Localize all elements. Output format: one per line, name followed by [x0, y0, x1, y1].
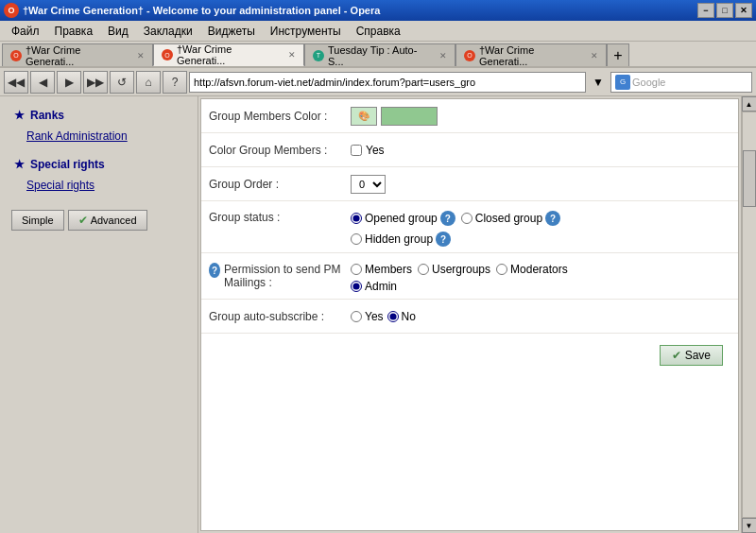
form-row-autosubscribe: Group auto-subscribe : Yes No	[201, 300, 738, 334]
group-status-row2: Hidden group ?	[351, 232, 451, 247]
nav-reload[interactable]: ↺	[110, 71, 134, 94]
simple-button[interactable]: Simple	[11, 210, 64, 231]
nav-forward[interactable]: ▶	[57, 71, 81, 94]
control-group-members-color: 🎨	[351, 107, 730, 126]
hidden-group-help-icon[interactable]: ?	[436, 232, 451, 247]
menu-tools[interactable]: Инструменты	[263, 23, 349, 40]
search-bar[interactable]: G Google	[610, 72, 752, 93]
scroll-down-button[interactable]: ▼	[742, 518, 757, 533]
label-permission-pm: ? Permission to send PM Mailings :	[209, 263, 351, 289]
scroll-up-button[interactable]: ▲	[742, 96, 757, 112]
search-placeholder: Google	[632, 77, 665, 88]
menu-widgets[interactable]: Виджеты	[200, 23, 263, 40]
form-row-group-order: Group Order : 0 1 2 3	[201, 167, 738, 201]
color-group-members-yes-label: Yes	[366, 144, 385, 157]
menu-bookmarks[interactable]: Закладки	[136, 23, 200, 40]
opened-group-help-icon[interactable]: ?	[440, 211, 455, 226]
control-group-status: Opened group ? Closed group ? Hidden gro	[351, 211, 730, 247]
address-bar[interactable]: http://afsvn.forum-viet.net/admin/index.…	[189, 72, 586, 93]
radio-moderators-input[interactable]	[496, 264, 507, 275]
radio-admin-input[interactable]	[351, 281, 362, 292]
address-go-button[interactable]: ▼	[588, 72, 609, 93]
sidebar-item-special-rights[interactable]: Special rights	[4, 176, 194, 195]
content-area: Group Members Color : 🎨 Color Group Memb…	[200, 98, 739, 531]
advanced-checkmark-icon: ✔	[78, 214, 88, 227]
sidebar-header-special-rights[interactable]: ★ Special rights	[4, 153, 194, 176]
group-status-row1: Opened group ? Closed group ?	[351, 211, 560, 226]
radio-autosubscribe-no-label: No	[402, 310, 416, 323]
permission-pm-help-icon[interactable]: ?	[209, 263, 220, 278]
save-button[interactable]: ✔ Save	[660, 345, 723, 366]
sidebar-header-ranks[interactable]: ★ Ranks	[4, 104, 194, 127]
radio-members-input[interactable]	[351, 264, 362, 275]
closed-group-help-icon[interactable]: ?	[545, 211, 560, 226]
radio-autosubscribe-no-input[interactable]	[387, 311, 399, 322]
new-tab-button[interactable]: +	[607, 43, 629, 66]
color-group-members-checkbox[interactable]	[351, 145, 362, 156]
radio-autosubscribe-no: No	[387, 310, 416, 323]
form-row-permission-pm: ? Permission to send PM Mailings : Membe…	[201, 253, 738, 300]
menu-file[interactable]: Файл	[4, 23, 47, 40]
scrollbar-right: ▲ ▼	[741, 96, 756, 533]
radio-admin-label: Admin	[365, 280, 397, 293]
menu-view[interactable]: Вид	[100, 23, 136, 40]
menu-edit[interactable]: Правка	[47, 23, 101, 40]
radio-moderators-label: Moderators	[510, 263, 568, 276]
group-order-select[interactable]: 0 1 2 3	[351, 175, 386, 194]
save-label: Save	[685, 349, 711, 362]
color-picker-button[interactable]: 🎨	[351, 107, 377, 126]
window-title: †War Crime Generation† - Welcome to your…	[23, 5, 380, 16]
tab-4[interactable]: O †War Crime Generati... ✕	[455, 43, 607, 66]
sidebar-section-ranks: ★ Ranks Rank Administration	[4, 104, 194, 146]
nav-home[interactable]: ⌂	[136, 71, 161, 94]
radio-hidden-group-label: Hidden group	[365, 232, 433, 246]
menu-help[interactable]: Справка	[349, 23, 408, 40]
maximize-button[interactable]: □	[716, 3, 733, 18]
tab-2[interactable]: O †War Crime Generati... ✕	[153, 43, 304, 66]
radio-opened-group-input[interactable]	[351, 213, 362, 224]
view-mode-buttons: Simple ✔ Advanced	[4, 202, 194, 238]
radio-hidden-group: Hidden group ?	[351, 232, 451, 247]
radio-hidden-group-input[interactable]	[351, 233, 362, 245]
nav-forward-forward[interactable]: ▶▶	[83, 71, 108, 94]
tab-close-3[interactable]: ✕	[439, 51, 447, 60]
nav-back-back[interactable]: ◀◀	[4, 71, 28, 94]
tab-favicon-4: O	[464, 50, 475, 61]
nav-help[interactable]: ?	[163, 71, 187, 94]
control-color-group-members: Yes	[351, 144, 730, 157]
advanced-button[interactable]: ✔ Advanced	[68, 210, 147, 231]
titlebar: O †War Crime Generation† - Welcome to yo…	[0, 0, 756, 21]
tab-label-3: Tuesday Tip : Auto-S...	[328, 44, 432, 67]
tabbar: O †War Crime Generati... ✕ O †War Crime …	[0, 42, 756, 68]
radio-closed-group-input[interactable]	[461, 213, 472, 224]
scroll-track[interactable]	[742, 112, 757, 518]
radio-usergroups-input[interactable]	[418, 264, 429, 275]
sidebar-item-rank-administration[interactable]: Rank Administration	[4, 127, 194, 146]
tab-1[interactable]: O †War Crime Generati... ✕	[2, 43, 153, 66]
minimize-button[interactable]: −	[697, 3, 714, 18]
label-group-order: Group Order :	[209, 178, 351, 191]
save-row: ✔ Save	[201, 334, 738, 377]
radio-autosubscribe-yes: Yes	[351, 310, 384, 323]
tab-close-1[interactable]: ✕	[137, 51, 145, 60]
nav-back[interactable]: ◀	[30, 71, 55, 94]
scroll-thumb[interactable]	[743, 150, 756, 207]
close-button[interactable]: ✕	[735, 3, 752, 18]
tab-3[interactable]: T Tuesday Tip : Auto-S... ✕	[304, 43, 455, 66]
form-row-group-members-color: Group Members Color : 🎨	[201, 99, 738, 133]
tab-close-4[interactable]: ✕	[591, 51, 598, 60]
radio-members: Members	[351, 263, 412, 276]
radio-usergroups: Usergroups	[418, 263, 490, 276]
radio-autosubscribe-yes-input[interactable]	[351, 311, 362, 322]
address-text: http://afsvn.forum-viet.net/admin/index.…	[194, 77, 475, 88]
radio-members-label: Members	[365, 263, 412, 276]
tab-favicon-3: T	[313, 50, 324, 61]
form-row-color-group-members: Color Group Members : Yes	[201, 133, 738, 167]
label-group-members-color: Group Members Color :	[209, 110, 351, 123]
main-layout: ★ Ranks Rank Administration ★ Special ri…	[0, 96, 756, 533]
opera-icon: O	[4, 3, 19, 18]
radio-closed-group-label: Closed group	[475, 212, 542, 225]
radio-opened-group: Opened group ?	[351, 211, 455, 226]
tab-close-2[interactable]: ✕	[288, 50, 296, 60]
label-color-group-members: Color Group Members :	[209, 144, 351, 157]
